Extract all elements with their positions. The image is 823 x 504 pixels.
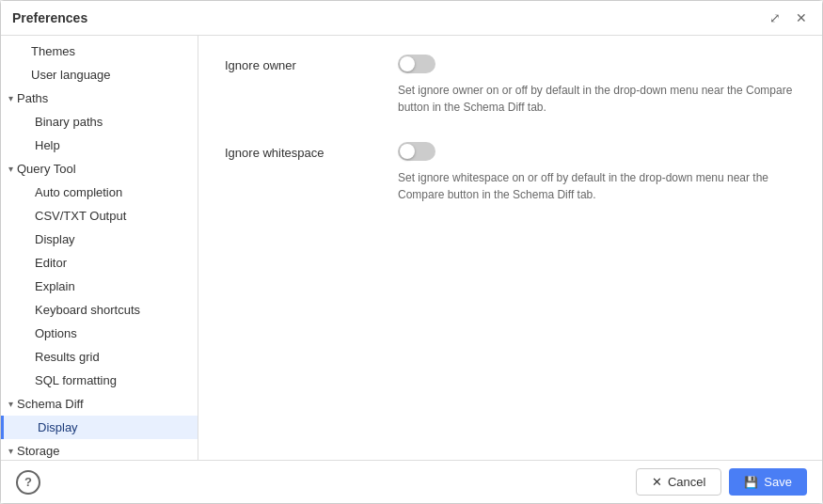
expand-button[interactable]: ⤢ [766, 8, 784, 27]
sidebar-item-auto-completion[interactable]: Auto completion [1, 181, 198, 204]
sidebar-section-paths[interactable]: ▾ Paths [1, 87, 198, 110]
sidebar-item-user-language[interactable]: User language [1, 63, 198, 87]
footer-left: ? [16, 470, 40, 495]
sidebar-item-sql-formatting[interactable]: SQL formatting [1, 369, 198, 392]
save-button[interactable]: 💾 Save [729, 468, 807, 496]
sidebar-section-storage[interactable]: ▾ Storage [1, 439, 198, 460]
sidebar-item-label: Display [35, 232, 75, 246]
sidebar-item-editor[interactable]: Editor [1, 251, 198, 275]
sidebar-item-label: CSV/TXT Output [35, 209, 126, 223]
footer-right: ✕ Cancel 💾 Save [636, 468, 807, 496]
chevron-icon: ▾ [8, 399, 13, 409]
pref-control-ignore-owner: Set ignore owner on or off by default in… [398, 55, 796, 116]
toggle-thumb [400, 144, 415, 159]
sidebar-item-label: Editor [35, 256, 67, 270]
cancel-label: Cancel [668, 475, 705, 489]
chevron-icon: ▾ [8, 93, 13, 103]
pref-label-ignore-whitespace: Ignore whitespace [225, 142, 375, 160]
chevron-icon: ▾ [8, 164, 13, 174]
toggle-thumb [400, 56, 415, 71]
sidebar-item-keyboard-shortcuts[interactable]: Keyboard shortcuts [1, 298, 198, 322]
sidebar-item-help[interactable]: Help [1, 134, 198, 157]
sidebar-item-csv-txt-output[interactable]: CSV/TXT Output [1, 204, 198, 228]
close-button[interactable]: ✕ [792, 8, 811, 27]
save-label: Save [764, 475, 792, 489]
sidebar-item-label: Themes [31, 44, 75, 58]
sidebar-item-label: SQL formatting [35, 373, 117, 387]
dialog-footer: ? ✕ Cancel 💾 Save [1, 460, 822, 503]
sidebar-item-explain[interactable]: Explain [1, 275, 198, 298]
pref-label-ignore-owner: Ignore owner [225, 55, 375, 72]
pref-row-ignore-owner: Ignore owner Set ignore owner on or off … [225, 55, 796, 116]
sidebar-item-query-display[interactable]: Display [1, 228, 198, 251]
sidebar-section-query-tool[interactable]: ▾ Query Tool [1, 157, 198, 181]
dialog-body: Themes User language ▾ Paths Binary path… [1, 36, 822, 460]
preferences-content: Ignore owner Set ignore owner on or off … [198, 36, 822, 460]
sidebar-item-label: Results grid [35, 350, 100, 364]
sidebar: Themes User language ▾ Paths Binary path… [1, 36, 198, 460]
dialog-header: Preferences ⤢ ✕ [1, 1, 822, 36]
sidebar-section-schema-diff[interactable]: ▾ Schema Diff [1, 392, 198, 416]
chevron-icon: ▾ [8, 446, 13, 456]
sidebar-item-label: Help [35, 138, 60, 152]
sidebar-item-binary-paths[interactable]: Binary paths [1, 110, 198, 134]
ignore-owner-desc: Set ignore owner on or off by default in… [398, 82, 796, 116]
save-icon: 💾 [744, 476, 758, 489]
dialog-title: Preferences [12, 10, 87, 25]
sidebar-section-label: Query Tool [17, 162, 76, 176]
sidebar-item-label: Keyboard shortcuts [35, 303, 140, 317]
sidebar-item-label: User language [31, 68, 111, 82]
sidebar-item-label: Auto completion [35, 185, 122, 199]
sidebar-item-label: Explain [35, 279, 75, 293]
sidebar-item-label: Options [35, 326, 77, 340]
ignore-owner-toggle[interactable] [398, 55, 435, 73]
sidebar-item-label: Binary paths [35, 115, 103, 129]
help-button[interactable]: ? [16, 470, 40, 495]
sidebar-item-results-grid[interactable]: Results grid [1, 345, 198, 369]
sidebar-section-label: Paths [17, 91, 48, 105]
pref-control-ignore-whitespace: Set ignore whitespace on or off by defau… [398, 142, 796, 203]
cancel-button[interactable]: ✕ Cancel [636, 468, 721, 496]
header-actions: ⤢ ✕ [766, 8, 811, 27]
ignore-whitespace-desc: Set ignore whitespace on or off by defau… [398, 169, 796, 203]
preferences-dialog: Preferences ⤢ ✕ Themes User language ▾ P… [0, 0, 823, 504]
cancel-icon: ✕ [652, 475, 662, 489]
sidebar-item-schema-diff-display[interactable]: Display [1, 416, 198, 439]
sidebar-item-options[interactable]: Options [1, 322, 198, 345]
sidebar-item-themes[interactable]: Themes [1, 39, 198, 63]
sidebar-section-label: Storage [17, 444, 60, 458]
pref-row-ignore-whitespace: Ignore whitespace Set ignore whitespace … [225, 142, 796, 203]
sidebar-item-label: Display [38, 420, 78, 434]
ignore-whitespace-toggle[interactable] [398, 142, 435, 161]
sidebar-section-label: Schema Diff [17, 397, 84, 411]
